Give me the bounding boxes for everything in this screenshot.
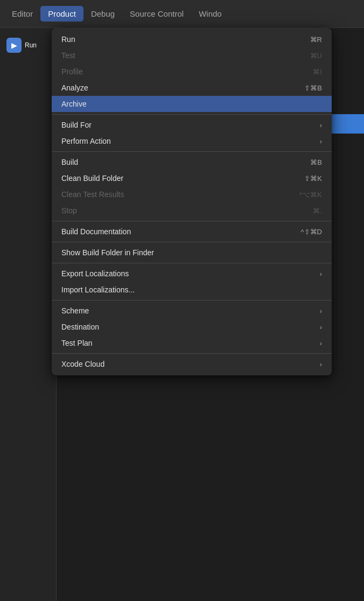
scheme-arrow: › bbox=[320, 307, 322, 315]
menu-item-show-build-folder[interactable]: Show Build Folder in Finder bbox=[52, 244, 332, 261]
menu-item-archive[interactable]: Archive bbox=[52, 96, 332, 112]
menu-item-export-localizations[interactable]: Export Localizations › bbox=[52, 265, 332, 282]
test-plan-arrow: › bbox=[320, 339, 322, 347]
run-shortcut: ⌘R bbox=[310, 36, 322, 44]
test-plan-label: Test Plan bbox=[61, 339, 93, 347]
analyze-label: Analyze bbox=[61, 83, 88, 92]
analyze-shortcut: ⇧⌘B bbox=[304, 84, 322, 92]
menu-item-test[interactable]: Test ⌘U bbox=[52, 47, 332, 64]
build-for-arrow: › bbox=[320, 121, 322, 129]
product-menu: Run ⌘R Test ⌘U Profile ⌘I Analyze ⇧⌘B Ar… bbox=[52, 28, 332, 375]
menu-item-xcode-cloud[interactable]: Xcode Cloud › bbox=[52, 356, 332, 372]
menu-window[interactable]: Windo bbox=[191, 6, 229, 22]
menu-item-profile[interactable]: Profile ⌘I bbox=[52, 64, 332, 80]
clean-test-results-label: Clean Test Results bbox=[61, 190, 124, 199]
menu-source-control[interactable]: Source Control bbox=[122, 6, 191, 22]
profile-shortcut: ⌘I bbox=[313, 68, 322, 76]
separator-5 bbox=[52, 263, 332, 263]
import-localizations-label: Import Localizations... bbox=[61, 285, 135, 294]
menu-item-test-plan[interactable]: Test Plan › bbox=[52, 335, 332, 351]
clean-build-folder-label: Clean Build Folder bbox=[61, 174, 123, 183]
menu-item-run[interactable]: Run ⌘R bbox=[52, 31, 332, 47]
separator-6 bbox=[52, 300, 332, 300]
sidebar-run-item: ▶ Run bbox=[0, 33, 56, 57]
build-documentation-shortcut: ^⇧⌘D bbox=[301, 228, 323, 236]
menu-debug[interactable]: Debug bbox=[83, 6, 122, 22]
menu-item-scheme[interactable]: Scheme › bbox=[52, 303, 332, 319]
menu-item-perform-action[interactable]: Perform Action › bbox=[52, 133, 332, 149]
menu-item-build[interactable]: Build ⌘B bbox=[52, 154, 332, 170]
perform-action-arrow: › bbox=[320, 137, 322, 145]
menu-item-import-localizations[interactable]: Import Localizations... bbox=[52, 282, 332, 298]
scheme-label: Scheme bbox=[61, 306, 89, 315]
export-localizations-label: Export Localizations bbox=[61, 269, 129, 278]
clean-test-results-shortcut: ^⌥⌘K bbox=[299, 191, 322, 199]
clean-build-folder-shortcut: ⇧⌘K bbox=[304, 174, 322, 183]
profile-label: Profile bbox=[61, 67, 83, 76]
menu-item-clean-test-results[interactable]: Clean Test Results ^⌥⌘K bbox=[52, 186, 332, 202]
show-build-folder-label: Show Build Folder in Finder bbox=[61, 248, 154, 257]
menu-item-build-for[interactable]: Build For › bbox=[52, 117, 332, 133]
separator-2 bbox=[52, 151, 332, 152]
perform-action-label: Perform Action bbox=[61, 137, 111, 145]
stop-label: Stop bbox=[61, 206, 77, 215]
separator-1 bbox=[52, 114, 332, 115]
xcode-cloud-arrow: › bbox=[320, 360, 322, 368]
test-shortcut: ⌘U bbox=[310, 52, 322, 60]
separator-7 bbox=[52, 353, 332, 354]
xcode-cloud-label: Xcode Cloud bbox=[61, 360, 104, 368]
destination-arrow: › bbox=[320, 323, 322, 331]
app-icon: ▶ bbox=[6, 38, 22, 53]
sidebar: ▶ Run bbox=[0, 28, 57, 601]
run-label: Run bbox=[61, 35, 75, 44]
build-documentation-label: Build Documentation bbox=[61, 227, 131, 236]
destination-label: Destination bbox=[61, 323, 99, 331]
sidebar-run-label: Run bbox=[25, 41, 37, 49]
menu-editor[interactable]: Editor bbox=[4, 6, 40, 22]
build-for-label: Build For bbox=[61, 121, 92, 129]
separator-4 bbox=[52, 242, 332, 242]
build-label: Build bbox=[61, 158, 78, 166]
menu-item-build-documentation[interactable]: Build Documentation ^⇧⌘D bbox=[52, 223, 332, 240]
menu-item-destination[interactable]: Destination › bbox=[52, 319, 332, 335]
menu-item-analyze[interactable]: Analyze ⇧⌘B bbox=[52, 80, 332, 96]
menu-bar: Editor Product Debug Source Control Wind… bbox=[0, 0, 364, 28]
test-label: Test bbox=[61, 51, 75, 60]
separator-3 bbox=[52, 221, 332, 221]
menu-product[interactable]: Product bbox=[40, 6, 83, 22]
archive-label: Archive bbox=[61, 100, 87, 108]
build-shortcut: ⌘B bbox=[310, 158, 322, 166]
stop-shortcut: ⌘. bbox=[313, 207, 322, 215]
menu-item-clean-build-folder[interactable]: Clean Build Folder ⇧⌘K bbox=[52, 170, 332, 186]
menu-item-stop[interactable]: Stop ⌘. bbox=[52, 202, 332, 219]
export-localizations-arrow: › bbox=[320, 270, 322, 278]
